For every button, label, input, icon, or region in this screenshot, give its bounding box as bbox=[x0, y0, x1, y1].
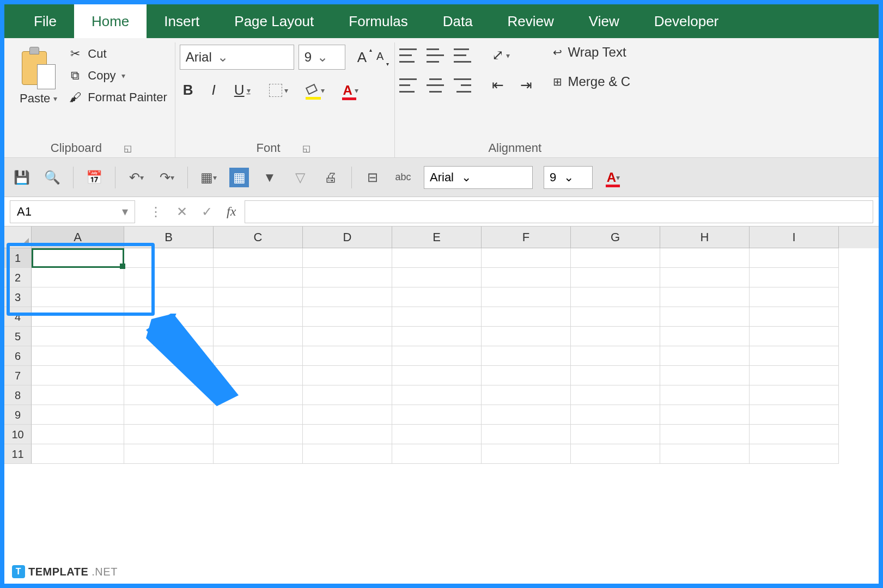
cell-D3[interactable] bbox=[303, 287, 392, 307]
cell-C4[interactable] bbox=[214, 307, 303, 327]
row-header-2[interactable]: 2 bbox=[4, 268, 32, 287]
name-box[interactable]: A1 ▾ bbox=[10, 200, 135, 223]
underline-button[interactable]: U▾ bbox=[231, 79, 254, 101]
cell-H3[interactable] bbox=[660, 287, 750, 307]
cell-G9[interactable] bbox=[571, 405, 660, 425]
cell-E1[interactable] bbox=[392, 248, 482, 268]
cell-F7[interactable] bbox=[482, 366, 571, 385]
cell-B9[interactable] bbox=[124, 405, 214, 425]
cell-I2[interactable] bbox=[750, 268, 839, 287]
align-right-button[interactable] bbox=[454, 78, 471, 93]
row-header-4[interactable]: 4 bbox=[4, 307, 32, 327]
qat-size-combo[interactable]: 9 ⌄ bbox=[544, 166, 593, 189]
decrease-font-button[interactable]: A▾ bbox=[373, 47, 387, 68]
cell-I7[interactable] bbox=[750, 366, 839, 385]
cell-A4[interactable] bbox=[32, 307, 124, 327]
qat-font-combo[interactable]: Arial ⌄ bbox=[424, 166, 533, 189]
filter-button[interactable]: ▼ bbox=[260, 168, 279, 187]
font-size-combo[interactable]: 9 ⌄ bbox=[299, 45, 345, 70]
italic-button[interactable]: I bbox=[209, 79, 219, 101]
cell-F6[interactable] bbox=[482, 346, 571, 366]
cell-F11[interactable] bbox=[482, 444, 571, 464]
cell-C7[interactable] bbox=[214, 366, 303, 385]
cell-D7[interactable] bbox=[303, 366, 392, 385]
fill-color-button[interactable]: ▾ bbox=[303, 82, 328, 99]
cell-I6[interactable] bbox=[750, 346, 839, 366]
borders-button[interactable]: ▾ bbox=[266, 82, 291, 99]
cell-I9[interactable] bbox=[750, 405, 839, 425]
cell-C1[interactable] bbox=[214, 248, 303, 268]
print-button[interactable]: 🖨 bbox=[321, 168, 340, 187]
cell-G1[interactable] bbox=[571, 248, 660, 268]
column-header-g[interactable]: G bbox=[571, 226, 660, 248]
cell-B5[interactable] bbox=[124, 327, 214, 346]
cell-A5[interactable] bbox=[32, 327, 124, 346]
cell-E5[interactable] bbox=[392, 327, 482, 346]
row-header-10[interactable]: 10 bbox=[4, 425, 32, 444]
cell-A3[interactable] bbox=[32, 287, 124, 307]
cell-F2[interactable] bbox=[482, 268, 571, 287]
save-button[interactable]: 💾 bbox=[12, 168, 32, 187]
row-header-1[interactable]: 1 bbox=[4, 248, 32, 268]
cell-A9[interactable] bbox=[32, 405, 124, 425]
cell-D6[interactable] bbox=[303, 346, 392, 366]
cell-C6[interactable] bbox=[214, 346, 303, 366]
row-header-8[interactable]: 8 bbox=[4, 385, 32, 405]
column-header-i[interactable]: I bbox=[750, 226, 839, 248]
row-header-7[interactable]: 7 bbox=[4, 366, 32, 385]
cancel-icon[interactable]: ✕ bbox=[176, 204, 187, 219]
cell-D9[interactable] bbox=[303, 405, 392, 425]
copy-button[interactable]: ⧉ Copy ▾ bbox=[68, 69, 167, 83]
cell-C5[interactable] bbox=[214, 327, 303, 346]
cell-H5[interactable] bbox=[660, 327, 750, 346]
align-center-button[interactable] bbox=[427, 78, 444, 93]
wrap-text-button[interactable]: ↩ Wrap Text bbox=[553, 45, 630, 60]
cell-H2[interactable] bbox=[660, 268, 750, 287]
cell-G4[interactable] bbox=[571, 307, 660, 327]
cell-C8[interactable] bbox=[214, 385, 303, 405]
dialog-launcher-icon[interactable]: ◱ bbox=[302, 143, 310, 154]
accept-icon[interactable]: ✓ bbox=[202, 204, 212, 219]
align-top-button[interactable] bbox=[399, 48, 417, 63]
align-bottom-button[interactable] bbox=[454, 48, 471, 63]
cell-G3[interactable] bbox=[571, 287, 660, 307]
cell-D2[interactable] bbox=[303, 268, 392, 287]
column-header-a[interactable]: A bbox=[32, 226, 124, 248]
tab-data[interactable]: Data bbox=[425, 4, 490, 38]
cell-E11[interactable] bbox=[392, 444, 482, 464]
qat-font-color-button[interactable]: A▾ bbox=[604, 168, 623, 187]
cell-G11[interactable] bbox=[571, 444, 660, 464]
cell-A6[interactable] bbox=[32, 346, 124, 366]
paste-button[interactable]: Paste▾ bbox=[15, 45, 62, 108]
spell-check-button[interactable]: abc bbox=[393, 168, 413, 187]
tab-formulas[interactable]: Formulas bbox=[331, 4, 425, 38]
column-header-h[interactable]: H bbox=[660, 226, 750, 248]
calendar-button[interactable]: 📅 bbox=[84, 168, 104, 187]
column-header-d[interactable]: D bbox=[303, 226, 392, 248]
cell-I10[interactable] bbox=[750, 425, 839, 444]
cell-C9[interactable] bbox=[214, 405, 303, 425]
cell-A7[interactable] bbox=[32, 366, 124, 385]
format-painter-button[interactable]: 🖌 Format Painter bbox=[68, 90, 167, 105]
cell-E2[interactable] bbox=[392, 268, 482, 287]
row-header-11[interactable]: 11 bbox=[4, 444, 32, 464]
bold-button[interactable]: B bbox=[180, 79, 197, 101]
cell-F8[interactable] bbox=[482, 385, 571, 405]
cell-H4[interactable] bbox=[660, 307, 750, 327]
font-name-combo[interactable]: Arial ⌄ bbox=[180, 45, 294, 70]
cell-H9[interactable] bbox=[660, 405, 750, 425]
cell-B3[interactable] bbox=[124, 287, 214, 307]
tab-insert[interactable]: Insert bbox=[147, 4, 217, 38]
cell-B6[interactable] bbox=[124, 346, 214, 366]
row-header-9[interactable]: 9 bbox=[4, 405, 32, 425]
cell-C10[interactable] bbox=[214, 425, 303, 444]
cell-E8[interactable] bbox=[392, 385, 482, 405]
decrease-indent-button[interactable]: ⇤ bbox=[489, 75, 507, 96]
align-left-button[interactable] bbox=[399, 78, 417, 93]
fx-button[interactable]: fx bbox=[227, 204, 236, 219]
tab-review[interactable]: Review bbox=[490, 4, 571, 38]
tab-page-layout[interactable]: Page Layout bbox=[217, 4, 331, 38]
cell-F1[interactable] bbox=[482, 248, 571, 268]
cell-H1[interactable] bbox=[660, 248, 750, 268]
cell-E3[interactable] bbox=[392, 287, 482, 307]
